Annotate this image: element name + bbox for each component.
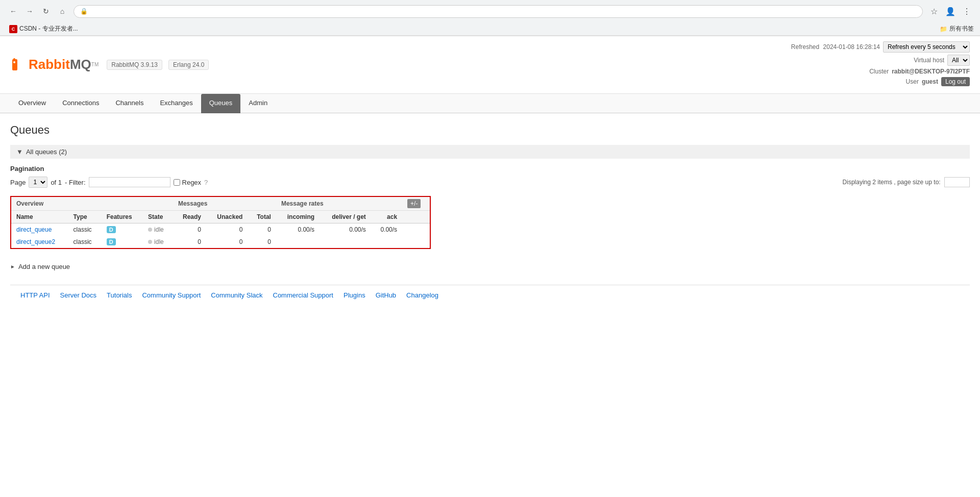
page-select[interactable]: 1	[29, 177, 47, 188]
content: Queues ▼ All queues (2) Pagination Page …	[0, 113, 980, 315]
vhost-label: Virtual host	[914, 57, 944, 64]
footer-link-community-slack[interactable]: Community Slack	[211, 291, 262, 299]
folder-icon: 📁	[940, 26, 947, 33]
logo-icon-rabbit	[10, 56, 29, 73]
menu-button[interactable]: ⋮	[960, 4, 974, 18]
address-input[interactable]: localhost:15672/#/queues	[91, 8, 916, 15]
csdn-bookmark[interactable]: C CSDN - 专业开发者...	[6, 23, 81, 34]
table-row: direct_queue classic D idle 0 0 0 0.00/s…	[11, 223, 430, 236]
bookmarks-folder-label: 所有书签	[949, 24, 974, 33]
col-ack: ack	[371, 211, 402, 223]
cell-features: D	[102, 223, 143, 236]
nav-connections[interactable]: Connections	[54, 94, 107, 113]
add-queue-section: ► Add a new queue	[10, 259, 970, 275]
nav-queues[interactable]: Queues	[201, 94, 241, 113]
cell-unacked: 0	[206, 223, 248, 236]
queue-table: Overview Messages Message rates +/- Name…	[11, 197, 430, 248]
footer: HTTP APIServer DocsTutorialsCommunity Su…	[10, 285, 970, 305]
cell-unacked: 0	[206, 236, 248, 248]
forward-button[interactable]: →	[22, 4, 37, 18]
back-button[interactable]: ←	[6, 4, 20, 18]
vhost-select[interactable]: All /	[947, 55, 970, 66]
erlang-version: Erlang 24.0	[168, 60, 209, 70]
queue-link[interactable]: direct_queue	[16, 226, 52, 233]
profile-button[interactable]: 👤	[943, 4, 958, 18]
csdn-label: CSDN - 专业开发者...	[19, 24, 78, 33]
cell-state: idle	[143, 236, 173, 248]
cell-spacer	[402, 223, 430, 236]
home-button[interactable]: ⌂	[55, 4, 69, 18]
cluster-row: Cluster rabbit@DESKTOP-97I2PTF	[791, 68, 970, 75]
refresh-select[interactable]: Refresh every 5 seconds Refresh every 10…	[883, 41, 970, 53]
star-button[interactable]: ☆	[927, 4, 941, 18]
page-label: Page	[10, 179, 26, 186]
bookmarks-right: 📁 所有书签	[940, 24, 974, 33]
section-header: ▼ All queues (2)	[10, 145, 970, 159]
browser-nav-buttons: ← → ↻ ⌂	[6, 4, 69, 18]
user-row: User guest Log out	[791, 77, 970, 86]
col-deliver-get: deliver / get	[320, 211, 371, 223]
filter-input[interactable]	[89, 177, 170, 187]
cluster-value: rabbit@DESKTOP-97I2PTF	[892, 68, 970, 75]
logo: RabbitMQTM	[10, 56, 99, 73]
browser-toolbar: ← → ↻ ⌂ 🔒 localhost:15672/#/queues ☆ 👤 ⋮	[0, 0, 980, 22]
queue-link[interactable]: direct_queue2	[16, 238, 55, 245]
col-type: Type	[68, 211, 102, 223]
help-icon[interactable]: ?	[204, 179, 208, 186]
reload-button[interactable]: ↻	[39, 4, 53, 18]
footer-link-server-docs[interactable]: Server Docs	[60, 291, 97, 299]
pagination-area: Pagination Page 1 of 1 - Filter: Regex ?…	[10, 165, 970, 188]
nav-admin[interactable]: Admin	[240, 94, 276, 113]
nav-channels[interactable]: Channels	[107, 94, 152, 113]
refreshed-time: 2024-01-08 16:28:14	[823, 43, 880, 51]
col-incoming: incoming	[276, 211, 320, 223]
table-group-header-row: Overview Messages Message rates +/-	[11, 197, 430, 211]
cell-total: 0	[248, 223, 276, 236]
add-queue-toggle[interactable]: ► Add a new queue	[10, 263, 970, 270]
footer-link-commercial-support[interactable]: Commercial Support	[273, 291, 334, 299]
version-info: RabbitMQ 3.9.13 Erlang 24.0	[107, 60, 209, 70]
cell-spacer	[402, 236, 430, 248]
footer-link-plugins[interactable]: Plugins	[344, 291, 365, 299]
queue-table-wrapper: Overview Messages Message rates +/- Name…	[10, 196, 431, 249]
footer-link-tutorials[interactable]: Tutorials	[107, 291, 132, 299]
nav-exchanges[interactable]: Exchanges	[152, 94, 201, 113]
page-size-input[interactable]: 100	[944, 177, 970, 187]
col-total: Total	[248, 211, 276, 223]
vhost-row: Virtual host All /	[791, 55, 970, 66]
address-bar[interactable]: 🔒 localhost:15672/#/queues	[74, 5, 923, 18]
page-title: Queues	[10, 123, 970, 137]
header-controls: Refreshed 2024-01-08 16:28:14 Refresh ev…	[791, 41, 970, 88]
table-col-headers-row: Name Type Features State Ready Unacked T…	[11, 211, 430, 223]
state-dot	[148, 228, 152, 232]
csdn-icon: C	[9, 25, 17, 33]
plus-minus-button[interactable]: +/-	[407, 199, 421, 208]
regex-checkbox[interactable]	[174, 179, 180, 186]
add-queue-arrow: ►	[10, 264, 15, 269]
state-label: idle	[154, 226, 164, 233]
cell-state: idle	[143, 223, 173, 236]
regex-label: Regex	[174, 179, 202, 186]
footer-link-github[interactable]: GitHub	[376, 291, 396, 299]
footer-link-changelog[interactable]: Changelog	[406, 291, 438, 299]
section-toggle[interactable]: ▼	[16, 148, 23, 156]
bookmarks-bar: C CSDN - 专业开发者... 📁 所有书签	[0, 22, 980, 36]
feature-badge: D	[107, 238, 116, 245]
svg-point-3	[13, 61, 15, 63]
refreshed-label: Refreshed 2024-01-08 16:28:14	[791, 43, 880, 51]
cell-incoming: 0.00/s	[276, 223, 320, 236]
feature-badge: D	[107, 226, 116, 233]
user-label: User	[906, 78, 919, 85]
col-unacked: Unacked	[206, 211, 248, 223]
cell-total: 0	[248, 236, 276, 248]
footer-link-http-api[interactable]: HTTP API	[20, 291, 50, 299]
state-label: idle	[154, 238, 164, 245]
logo-rabbit-text: Rabbit	[29, 57, 70, 72]
cell-ready: 0	[173, 236, 206, 248]
filter-label: - Filter:	[65, 179, 85, 186]
displaying-info: Displaying 2 items , page size up to: 10…	[843, 177, 970, 187]
col-features: Features	[102, 211, 143, 223]
nav-overview[interactable]: Overview	[10, 94, 54, 113]
logout-button[interactable]: Log out	[941, 77, 970, 86]
footer-link-community-support[interactable]: Community Support	[142, 291, 201, 299]
